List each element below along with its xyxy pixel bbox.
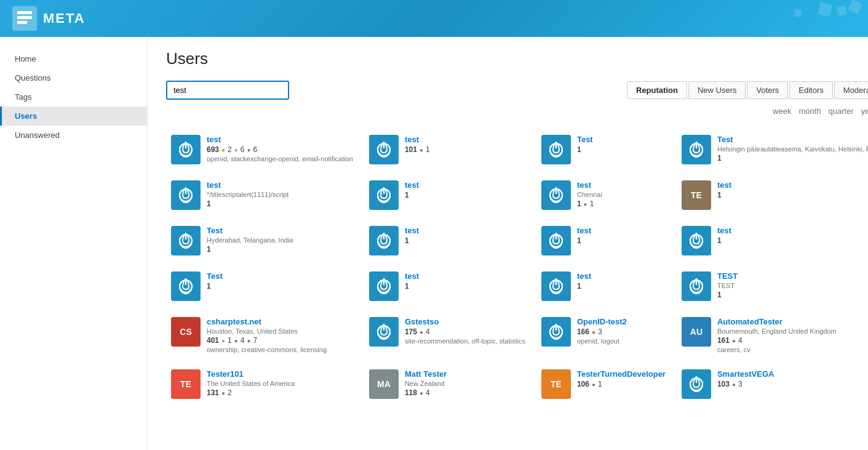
user-location: */titlescriptalert(1111)/script <box>207 191 353 198</box>
user-name-link[interactable]: Test <box>207 271 353 281</box>
user-avatar-default <box>682 271 711 301</box>
user-avatar-container <box>369 135 399 164</box>
user-card: Test Hyderabad, Telangana, India 1 <box>166 221 358 260</box>
user-name-link[interactable]: test <box>577 180 666 190</box>
user-avatar-photo: TE <box>171 369 201 399</box>
tab-new-users[interactable]: New Users <box>688 81 746 99</box>
user-info: Test Helsingin päärautatieasema, Kaivoka… <box>717 135 868 164</box>
user-location: Bournemouth, England United Kingdom <box>717 327 868 335</box>
user-avatar-container <box>682 226 711 255</box>
tab-editors[interactable]: Editors <box>789 81 832 99</box>
sidebar-item-home[interactable]: Home <box>0 49 147 68</box>
user-info: test 1 <box>717 180 868 201</box>
user-rep: 1 <box>717 191 868 199</box>
header: META <box>0 0 868 37</box>
user-name-link[interactable]: test <box>577 226 666 235</box>
user-name-link[interactable]: test <box>405 135 525 144</box>
svg-rect-4 <box>837 6 847 16</box>
user-card: test 101 ● 1 <box>364 130 530 169</box>
user-tags: ownership, creative-commons, licensing <box>207 346 353 353</box>
svg-rect-3 <box>818 2 832 17</box>
user-name-link[interactable]: SmartestVEGA <box>717 369 868 379</box>
user-info: AutomatedTester Bournemouth, England Uni… <box>717 317 868 353</box>
user-name-link[interactable]: test <box>405 226 525 235</box>
user-avatar-default <box>541 271 571 301</box>
user-card: Test Helsingin päärautatieasema, Kaivoka… <box>677 130 868 169</box>
user-avatar-container <box>171 180 201 210</box>
user-name-link[interactable]: Test <box>577 135 666 144</box>
user-card: SmartestVEGA 103 ● 3 <box>677 364 868 404</box>
user-rep: 401 ● 1 ● 4 ● 7 <box>207 336 353 345</box>
user-name-link[interactable]: test <box>207 180 353 190</box>
user-info: test 1 <box>577 226 666 246</box>
user-card: test 1 <box>677 221 868 260</box>
user-name-link[interactable]: test <box>577 271 666 281</box>
user-card: test */titlescriptalert(1111)/script 1 <box>166 175 358 215</box>
tab-reputation[interactable]: Reputation <box>627 81 687 99</box>
user-rep: 161 ● 4 <box>717 336 868 345</box>
user-card: OpenID-test2 166 ● 3 openid, logout <box>536 312 671 358</box>
user-avatar-container <box>541 180 571 210</box>
time-week[interactable]: week <box>773 106 791 117</box>
tab-voters[interactable]: Voters <box>747 81 788 99</box>
user-card: TEST TEST 1 <box>677 267 868 306</box>
user-avatar-container: TE <box>171 369 201 399</box>
sidebar-item-tags[interactable]: Tags <box>0 87 147 106</box>
user-name-link[interactable]: Test <box>207 226 353 235</box>
user-name-link[interactable]: TEST <box>717 271 868 281</box>
sidebar-item-unanswered[interactable]: Unanswered <box>0 126 147 145</box>
user-location: Houston, Texas, United States <box>207 327 353 335</box>
user-rep: 1 ● 1 <box>577 199 666 208</box>
user-rep: 1 <box>405 236 525 245</box>
user-name-link[interactable]: Test <box>717 135 868 144</box>
time-year[interactable]: year <box>861 106 868 117</box>
user-info: Test 1 <box>577 135 666 155</box>
logo[interactable]: META <box>12 6 86 31</box>
user-info: TesterTurnedDeveloper 106 ● 1 <box>577 369 666 390</box>
user-name-link[interactable]: test <box>405 180 525 190</box>
user-avatar-container <box>541 226 571 255</box>
sidebar-item-users[interactable]: Users <box>0 106 147 126</box>
user-rep: 1 <box>577 282 666 291</box>
search-input[interactable] <box>166 81 289 100</box>
time-quarter[interactable]: quarter <box>829 106 854 117</box>
svg-rect-1 <box>17 16 32 19</box>
user-avatar-container <box>682 271 711 301</box>
user-info: test 1 <box>405 180 525 201</box>
user-name-link[interactable]: Matt Tester <box>405 369 525 379</box>
user-avatar-container <box>171 135 201 164</box>
user-name-link[interactable]: test <box>207 135 353 144</box>
user-location: Hyderabad, Telangana, India <box>207 236 353 244</box>
user-card: Gstestso 175 ● 4 site-recommendation, of… <box>364 312 530 358</box>
user-card: Test 1 <box>536 130 671 169</box>
user-name-link[interactable]: OpenID-test2 <box>577 317 666 326</box>
tab-moderators[interactable]: Moderators <box>834 81 868 99</box>
user-avatar-container <box>682 369 711 399</box>
user-name-link[interactable]: TesterTurnedDeveloper <box>577 369 666 379</box>
user-name-link[interactable]: test <box>717 180 868 190</box>
user-name-link[interactable]: test <box>405 271 525 281</box>
user-avatar-container <box>541 317 571 347</box>
user-card: TE TesterTurnedDeveloper 106 ● 1 <box>536 364 671 404</box>
user-avatar-default <box>171 226 201 255</box>
user-name-link[interactable]: test <box>717 226 868 235</box>
user-info: test Chennai 1 ● 1 <box>577 180 666 209</box>
user-avatar-container <box>682 135 711 164</box>
user-avatar-default <box>369 180 399 210</box>
user-avatar-container <box>369 226 399 255</box>
user-avatar-container: TE <box>541 369 571 399</box>
user-avatar-photo: MA <box>369 369 399 399</box>
user-name-link[interactable]: AutomatedTester <box>717 317 868 326</box>
time-month[interactable]: month <box>798 106 821 117</box>
users-grid: test 693 ● 2 ● 6 ● 6 openid, stackexchan… <box>166 130 868 404</box>
user-name-link[interactable]: csharptest.net <box>207 317 353 326</box>
user-name-link[interactable]: Gstestso <box>405 317 525 326</box>
user-avatar-container: AU <box>682 317 711 347</box>
user-avatar-container <box>369 180 399 210</box>
user-avatar-default <box>682 226 711 255</box>
user-name-link[interactable]: Tester101 <box>207 369 353 379</box>
user-rep: 103 ● 3 <box>717 380 868 388</box>
sidebar-item-questions[interactable]: Questions <box>0 68 147 87</box>
user-location: The United States of America <box>207 380 353 387</box>
user-rep: 1 <box>717 291 868 299</box>
